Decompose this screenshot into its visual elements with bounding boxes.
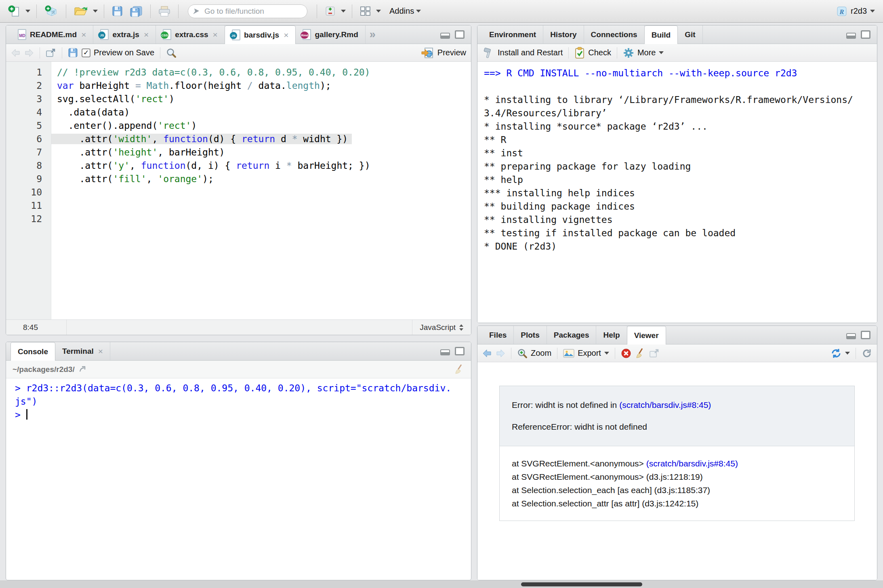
goto-directory-icon[interactable]	[79, 366, 88, 373]
tab-help[interactable]: Help	[596, 326, 627, 344]
sync-button[interactable]	[830, 348, 850, 359]
open-file-button[interactable]	[72, 5, 89, 17]
tab-viewer[interactable]: Viewer	[627, 326, 666, 344]
popout-viewer-button[interactable]	[649, 349, 660, 358]
project-selector[interactable]: R r2d3	[836, 6, 877, 17]
install-and-restart-button[interactable]: Install and Restart	[482, 47, 563, 59]
find-button[interactable]	[166, 48, 177, 58]
code-line[interactable]: var barHeight = Math.floor(height / data…	[51, 79, 471, 92]
code-line[interactable]: svg.selectAll('rect')	[51, 92, 471, 106]
tab-history[interactable]: History	[543, 25, 584, 44]
clear-console-icon[interactable]	[454, 364, 465, 375]
print-button[interactable]	[157, 5, 172, 18]
minimize-pane-icon[interactable]	[440, 33, 450, 39]
minimize-pane-icon[interactable]	[846, 33, 856, 39]
export-label: Export	[578, 349, 601, 358]
zoom-button[interactable]: Zoom	[517, 348, 551, 359]
line-number: 4	[6, 106, 42, 119]
magnifier-icon	[166, 48, 177, 58]
tab-readme-md[interactable]: MDREADME.md×	[11, 25, 93, 44]
close-tab-icon[interactable]: ×	[81, 30, 86, 40]
tab-connections[interactable]: Connections	[584, 25, 645, 44]
addins-caret	[416, 10, 421, 13]
tab-packages[interactable]: Packages	[547, 326, 597, 344]
sync-caret[interactable]	[845, 352, 850, 355]
code-line[interactable]: .enter().append('rect')	[51, 119, 471, 132]
tab-gallery-rmd[interactable]: Rmdgallery.Rmd	[296, 25, 365, 44]
minimize-pane-icon[interactable]	[440, 349, 450, 355]
new-file-caret[interactable]	[25, 10, 30, 13]
viewer-back-button[interactable]	[482, 349, 492, 358]
maximize-pane-icon[interactable]	[861, 331, 870, 339]
toolbar-separator	[36, 4, 37, 18]
editor-code[interactable]: // !preview r2d3 data=c(0.3, 0.6, 0.8, 0…	[51, 62, 471, 319]
stop-button[interactable]	[621, 348, 631, 359]
gear-icon	[623, 47, 634, 59]
tab-git[interactable]: Git	[678, 25, 702, 44]
nav-forward-button[interactable]	[24, 48, 34, 57]
toolbar-separator	[557, 348, 557, 359]
goto-file-search[interactable]	[188, 4, 307, 18]
nav-back-button[interactable]	[11, 48, 21, 57]
viewer-forward-button[interactable]	[496, 349, 505, 358]
close-tab-icon[interactable]: ×	[284, 30, 288, 40]
code-editor[interactable]: 123456789101112 // !preview r2d3 data=c(…	[6, 62, 471, 319]
build-tabbar: EnvironmentHistoryConnectionsBuildGit	[477, 25, 877, 44]
preview-button[interactable]: Preview	[421, 47, 466, 59]
panes-caret[interactable]	[376, 10, 381, 13]
tab-extra-css[interactable]: CSSextra.css×	[156, 25, 225, 44]
close-tab-icon[interactable]: ×	[144, 30, 149, 40]
new-project-button[interactable]: R	[43, 4, 60, 18]
save-all-icon	[130, 6, 143, 17]
addins-menu[interactable]: Addins	[388, 6, 423, 17]
new-file-button[interactable]	[6, 4, 22, 18]
more-menu[interactable]: More	[623, 47, 664, 59]
dock-bar	[521, 582, 642, 586]
tab-plots[interactable]: Plots	[514, 326, 547, 344]
tab-build[interactable]: Build	[644, 25, 678, 44]
version-control-caret[interactable]	[341, 10, 346, 13]
close-tab-icon[interactable]: ×	[213, 30, 218, 40]
code-line[interactable]: .data(data)	[51, 106, 471, 119]
close-tab-icon[interactable]: ×	[98, 346, 103, 356]
maximize-pane-icon[interactable]	[455, 347, 465, 355]
popout-editor-button[interactable]	[46, 48, 56, 58]
version-control-button[interactable]	[323, 5, 337, 17]
language-selector[interactable]: JavaScript	[412, 320, 471, 335]
tab-environment[interactable]: Environment	[482, 25, 543, 44]
toolbar-separator	[104, 4, 104, 18]
code-line[interactable]: .attr('fill', 'orange');	[51, 172, 471, 186]
tab-extra-js[interactable]: JSextra.js×	[93, 25, 156, 44]
tab-terminal[interactable]: Terminal×	[55, 342, 110, 360]
build-output-line: * installing *source* package ‘r2d3’ ...	[484, 120, 860, 133]
panes-grid-icon	[360, 6, 371, 16]
refresh-button[interactable]	[862, 348, 872, 359]
save-all-button[interactable]	[128, 5, 144, 18]
tab-barsdiv-js[interactable]: JSbarsdiv.js×	[225, 25, 296, 44]
code-line[interactable]: .attr('y', function(d, i) { return i * b…	[51, 159, 471, 172]
goto-file-input[interactable]	[188, 4, 307, 18]
project-caret	[870, 10, 875, 13]
code-line[interactable]: // !preview r2d3 data=c(0.3, 0.6, 0.8, 0…	[51, 66, 471, 79]
popout-icon	[46, 48, 56, 58]
maximize-pane-icon[interactable]	[455, 30, 465, 39]
export-caret	[604, 352, 609, 355]
check-button[interactable]: Check	[574, 47, 611, 59]
preview-on-save-toggle[interactable]: ✓ Preview on Save	[82, 48, 154, 57]
code-line[interactable]: .attr('height', barHeight)	[51, 146, 471, 159]
tab-overflow-icon[interactable]: »	[366, 25, 378, 44]
clear-viewer-button[interactable]	[635, 348, 645, 359]
export-menu[interactable]: Export	[563, 349, 609, 358]
workspace-panes-button[interactable]	[358, 5, 372, 17]
preview-on-save-checkbox[interactable]: ✓	[82, 48, 90, 57]
save-file-button[interactable]	[68, 48, 78, 58]
line-number: 8	[6, 159, 42, 172]
tab-console[interactable]: Console	[11, 342, 55, 361]
tab-files[interactable]: Files	[482, 326, 514, 344]
minimize-pane-icon[interactable]	[846, 333, 856, 339]
maximize-pane-icon[interactable]	[861, 30, 870, 39]
open-recent-caret[interactable]	[93, 10, 98, 13]
code-line-highlighted[interactable]: .attr('width', function(d) { return d * …	[51, 132, 471, 146]
console-output[interactable]: > r2d3::r2d3(data=c(0.3, 0.6, 0.8, 0.95,…	[6, 378, 471, 580]
save-button[interactable]	[110, 5, 124, 17]
